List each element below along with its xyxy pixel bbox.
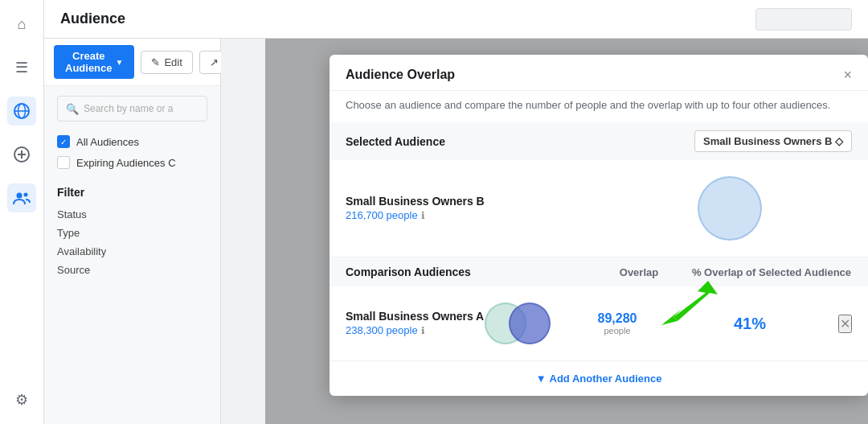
comparison-audience-name: Small Business Owners A (346, 310, 485, 323)
selected-audience-header: Selected Audience Small Business Owners … (330, 122, 868, 160)
audience-overlap-modal: Audience Overlap × Choose an audience an… (330, 55, 868, 396)
comparison-venn-diagram (485, 299, 565, 348)
edit-button[interactable]: ✎ Edit (141, 51, 192, 74)
checkbox-checked-icon: ✓ (57, 135, 70, 148)
filter-availability[interactable]: Availability (57, 242, 207, 261)
sidebar: ⌂ ☰ ⚙ (0, 0, 44, 424)
filter-type[interactable]: Type (57, 224, 207, 242)
selected-audience-count: 216,700 people (346, 209, 418, 221)
comparison-row-close-button[interactable]: ✕ (838, 315, 852, 333)
add-another-button[interactable]: ▼ Add Another Audience (536, 373, 662, 385)
share-icon: ↗ (210, 56, 219, 68)
plus-circle-icon[interactable] (7, 140, 36, 169)
main-circle (698, 176, 762, 241)
modal-title: Audience Overlap (346, 68, 455, 82)
overlap-col-header: Overlap (587, 266, 691, 278)
pct-col-header: % Overlap of Selected Audience (691, 266, 852, 278)
search-icon: 🔍 (66, 103, 79, 115)
filter-title: Filter (57, 186, 207, 199)
filter-status[interactable]: Status (57, 205, 207, 224)
pct-value: 41% (669, 315, 830, 333)
comparison-title: Comparison Audiences (346, 266, 587, 278)
audience-selector-label: Small Business Owners B ◇ (703, 135, 843, 147)
info-icon: ℹ (421, 210, 425, 221)
all-audiences-item[interactable]: ✓ All Audiences (57, 131, 207, 152)
menu-icon[interactable]: ☰ (7, 53, 36, 82)
content-area: Create Audience ▼ ✎ Edit ↗ Share 🗑 Delet… (44, 39, 868, 424)
sidebar-bottom: ⚙ (7, 385, 36, 424)
home-icon[interactable]: ⌂ (7, 10, 36, 39)
overlap-value: 89,280 people (565, 311, 669, 335)
right-area: Audience Overlap × Choose an audience an… (221, 39, 868, 424)
expiring-audiences-item[interactable]: Expiring Audiences C (57, 152, 207, 173)
comparison-audience-count: 238,300 people (346, 324, 418, 336)
comparison-row-0: Small Business Owners A 238,300 people ℹ (330, 286, 868, 361)
selected-audience-title: Selected Audience (346, 135, 445, 148)
venn-right-circle (509, 303, 551, 344)
add-another-row: ▼ Add Another Audience (330, 361, 868, 396)
left-panel: Create Audience ▼ ✎ Edit ↗ Share 🗑 Delet… (44, 39, 221, 424)
modal-overlay: Audience Overlap × Choose an audience an… (265, 39, 868, 424)
comparison-info-icon: ℹ (421, 325, 425, 336)
filter-section: Filter Status Type Availability Source (57, 186, 207, 279)
create-audience-button[interactable]: Create Audience ▼ (54, 45, 134, 79)
main-area: Audience Create Audience ▼ ✎ Edit ↗ Shar… (44, 0, 868, 424)
svg-point-7 (24, 193, 28, 197)
modal-close-button[interactable]: × (843, 68, 852, 82)
modal-subtitle: Choose an audience and compare the numbe… (330, 91, 868, 122)
page-title: Audience (60, 10, 125, 27)
add-icon: ▼ (536, 373, 547, 385)
dropdown-arrow-icon: ▼ (116, 58, 124, 67)
comparison-header: Comparison Audiences Overlap % Overlap o… (330, 257, 868, 286)
globe-icon[interactable] (7, 97, 36, 126)
modal-header: Audience Overlap × (330, 55, 868, 91)
svg-point-6 (17, 193, 23, 199)
edit-icon: ✎ (151, 56, 160, 68)
overlap-label: people (565, 326, 669, 335)
svg-marker-8 (674, 281, 718, 321)
settings-icon[interactable]: ⚙ (7, 385, 36, 414)
selected-audience-name: Small Business Owners B (346, 195, 591, 208)
audience-selector-dropdown[interactable]: Small Business Owners B ◇ (694, 130, 852, 152)
topbar-search (755, 8, 852, 31)
selected-audience-row: Small Business Owners B 216,700 people ℹ (330, 160, 868, 257)
people-icon[interactable] (7, 183, 36, 212)
topbar: Audience (44, 0, 868, 39)
selected-audience-name-block: Small Business Owners B 216,700 people ℹ (346, 195, 591, 222)
comparison-audience-name-block: Small Business Owners A 238,300 people ℹ (346, 310, 485, 337)
checkbox-unchecked-icon (57, 156, 70, 169)
filter-source[interactable]: Source (57, 261, 207, 279)
selected-venn-diagram (607, 176, 852, 241)
search-bar[interactable]: 🔍 Search by name or a (57, 96, 207, 121)
